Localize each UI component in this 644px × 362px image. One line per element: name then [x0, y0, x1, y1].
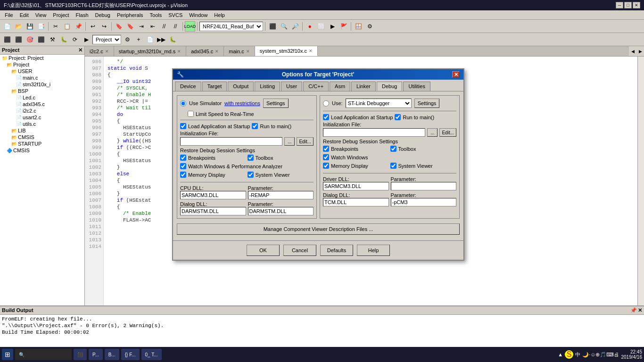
init-file-left-label: Initialization File:: [180, 131, 314, 136]
dtab-target[interactable]: Target: [202, 82, 227, 91]
restore-left-grid: Breakpoints Toolbox Watch Windows & Perf…: [180, 155, 314, 179]
dtab-linker[interactable]: Linker: [351, 82, 376, 91]
help-button[interactable]: Help: [357, 245, 390, 256]
dtab-output[interactable]: Output: [228, 82, 254, 91]
driver-param-col: Parameter:: [391, 176, 457, 190]
cancel-button[interactable]: Cancel: [283, 245, 316, 256]
manage-component-viewer-btn[interactable]: Manage Component Viewer Description File…: [177, 223, 460, 235]
driver-dll-label: Driver DLL:: [323, 176, 389, 182]
dtab-asm[interactable]: Asm: [330, 82, 350, 91]
watch-right-label: Watch Windows: [331, 155, 368, 160]
load-app-left-label: Load Application at Startup: [188, 123, 250, 129]
manage-btn-container: Manage Component Viewer Description File…: [177, 222, 460, 237]
run-main-left-checkbox[interactable]: [252, 123, 258, 129]
dialog-dll-left-label: Dialog DLL:: [180, 201, 246, 207]
dialog-footer: OK Cancel Defaults Help: [173, 240, 463, 260]
cpu-dll-input[interactable]: [180, 191, 246, 199]
load-app-left-row: Load Application at Startup Run to main(…: [180, 123, 314, 129]
sysviewer-left-label: System Viewer: [256, 172, 290, 178]
sysviewer-right-checkbox[interactable]: [390, 163, 396, 169]
run-main-right-checkbox[interactable]: [395, 114, 401, 120]
load-app-right-checkbox[interactable]: [323, 114, 329, 120]
dtab-cc[interactable]: C/C++: [303, 82, 329, 91]
limit-speed-label: Limit Speed to Real-Time: [196, 111, 254, 117]
dll-right-grid: Driver DLL: Parameter: Dialog DLL:: [323, 176, 456, 206]
cpu-param-input[interactable]: [248, 191, 314, 199]
driver-dll-input[interactable]: [323, 182, 389, 190]
watch-left-checkbox[interactable]: [180, 163, 186, 169]
breakpoints-left-row: Breakpoints: [180, 155, 247, 161]
memdisplay-left-checkbox[interactable]: [180, 172, 186, 178]
driver-param-input[interactable]: [391, 182, 457, 190]
with-restrictions-link[interactable]: with restrictions: [224, 100, 260, 106]
debugger-select[interactable]: ST-Link Debugger: [346, 99, 412, 108]
dialog-title-text: Options for Target 'Project': [282, 71, 355, 78]
memdisplay-left-label: Memory Display: [188, 172, 225, 178]
dialog-param-right-input[interactable]: [391, 198, 457, 206]
dialog-close-button[interactable]: ✕: [452, 71, 460, 78]
right-column: Use: ST-Link Debugger Settings Load Appl…: [320, 95, 460, 219]
dtab-user[interactable]: User: [281, 82, 302, 91]
run-main-right-label: Run to main(): [403, 115, 434, 120]
sep-left-1: [180, 120, 314, 120]
watch-right-checkbox[interactable]: [323, 154, 329, 160]
dialog-dll-right-input[interactable]: [323, 198, 389, 206]
init-file-right-row: ... Edit...: [323, 128, 456, 137]
init-file-left-edit-btn[interactable]: Edit...: [297, 137, 314, 146]
ok-button[interactable]: OK: [247, 245, 280, 256]
memdisplay-right-row: Memory Display: [323, 163, 389, 169]
use-simulator-row: Use Simulator with restrictions Settings: [180, 99, 314, 108]
watch-left-row: Watch Windows & Performance Analyzer: [180, 163, 314, 169]
use-debugger-radio[interactable]: [323, 100, 329, 107]
toolbox-left-checkbox[interactable]: [248, 155, 254, 161]
dtab-utilities[interactable]: Utilities: [403, 82, 430, 91]
driver-param-label: Parameter:: [391, 176, 457, 182]
init-file-right-input[interactable]: [323, 128, 425, 137]
breakpoints-left-checkbox[interactable]: [180, 155, 186, 161]
load-app-left-checkbox[interactable]: [180, 123, 186, 129]
sep-left-2: [180, 182, 314, 182]
limit-speed-checkbox[interactable]: [188, 111, 194, 117]
breakpoints-left-label: Breakpoints: [188, 155, 215, 161]
use-debugger-label: Use:: [332, 100, 343, 106]
left-column: Use Simulator with restrictions Settings…: [177, 95, 317, 219]
watch-left-label: Watch Windows & Performance Analyzer: [188, 164, 282, 169]
use-simulator-label: Use Simulator: [189, 100, 222, 106]
memdisplay-left-row: Memory Display: [180, 172, 247, 178]
init-file-left-row: ... Edit...: [180, 137, 314, 146]
dtab-device[interactable]: Device: [175, 82, 201, 91]
use-simulator-radio[interactable]: [180, 100, 186, 107]
dialog-param-left-col: Parameter:: [248, 201, 314, 215]
restore-right-grid: Breakpoints Toolbox Watch Windows: [323, 146, 456, 170]
init-file-left-browse-btn[interactable]: ...: [284, 137, 295, 146]
sysviewer-right-label: System Viewer: [398, 163, 433, 169]
breakpoints-right-row: Breakpoints: [323, 146, 389, 152]
dialog-columns: Use Simulator with restrictions Settings…: [177, 95, 460, 219]
sysviewer-left-checkbox[interactable]: [248, 172, 254, 178]
restore-left-title: Restore Debug Session Settings: [180, 148, 314, 153]
options-dialog: 🔧 Options for Target 'Project' ✕ Device …: [172, 68, 464, 261]
init-file-right-edit-btn[interactable]: Edit...: [439, 128, 456, 137]
breakpoints-right-checkbox[interactable]: [323, 146, 329, 152]
restore-right-title: Restore Debug Session Settings: [323, 139, 456, 144]
dtab-listing[interactable]: Listing: [255, 82, 280, 91]
memdisplay-right-checkbox[interactable]: [323, 163, 329, 169]
toolbox-right-checkbox[interactable]: [390, 146, 396, 152]
watch-right-row: Watch Windows: [323, 154, 389, 160]
toolbox-right-row: Toolbox: [390, 146, 457, 152]
simulator-settings-btn[interactable]: Settings: [263, 99, 289, 108]
init-file-right-browse-btn[interactable]: ...: [427, 128, 438, 137]
dialog-dll-left-input[interactable]: [180, 207, 246, 215]
dialog-overlay: 🔧 Options for Target 'Project' ✕ Device …: [0, 0, 644, 362]
init-file-left-input[interactable]: [180, 137, 282, 146]
dialog-param-left-input[interactable]: [248, 207, 314, 215]
breakpoints-right-label: Breakpoints: [331, 146, 358, 152]
dialog-title-bar: 🔧 Options for Target 'Project' ✕: [173, 69, 463, 80]
toolbox-right-label: Toolbox: [398, 146, 416, 152]
init-file-right-label: Initialization File:: [323, 122, 456, 127]
defaults-button[interactable]: Defaults: [320, 245, 353, 256]
dll-left-grid: CPU DLL: Parameter: Dialog DLL: Par: [180, 185, 314, 215]
debugger-settings-btn[interactable]: Settings: [414, 99, 440, 108]
dialog-dll-right-col: Dialog DLL:: [323, 192, 389, 206]
dtab-debug[interactable]: Debug: [377, 82, 402, 91]
